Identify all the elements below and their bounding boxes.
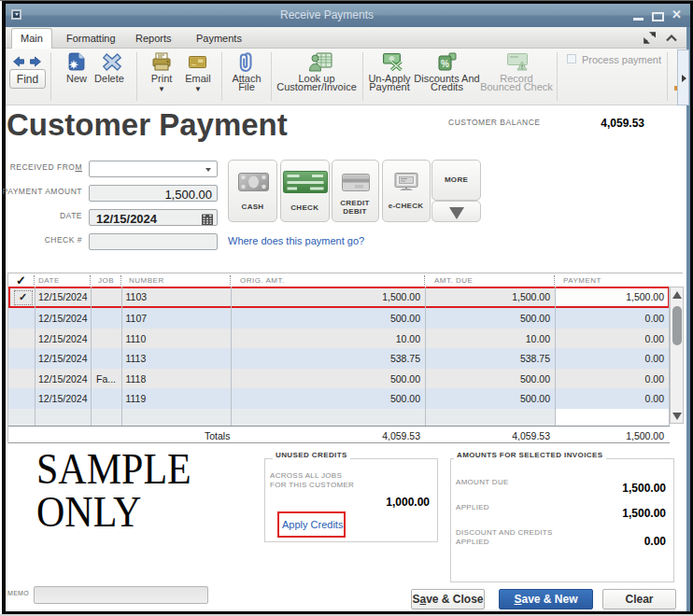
- svg-text:%: %: [441, 59, 449, 69]
